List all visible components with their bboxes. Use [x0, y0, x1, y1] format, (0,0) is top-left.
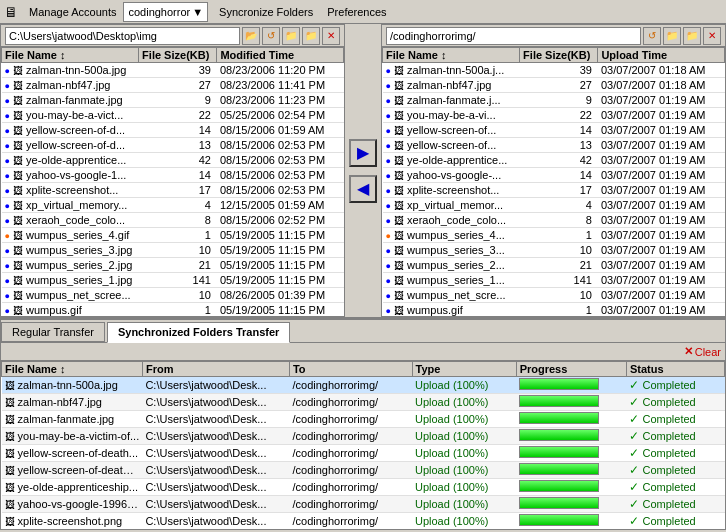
progress-bar-container — [519, 395, 599, 407]
transfer-list[interactable]: File Name ↕ From To Type Progress Status… — [1, 361, 725, 529]
list-item[interactable]: ● 🖼 zalman-nbf47.jpg 27 08/23/2006 11:41… — [2, 78, 344, 93]
preferences-menu[interactable]: Preferences — [320, 3, 393, 21]
table-row[interactable]: 🖼 yahoo-vs-google-1996-2... C:\Users\jat… — [2, 496, 725, 513]
transfer-to: /codinghorrorimg/ — [289, 496, 412, 513]
left-new-folder-button[interactable]: 📁 — [302, 27, 320, 45]
list-item[interactable]: ● 🖼 yellow-screen-of... 14 03/07/2007 01… — [383, 123, 725, 138]
list-item[interactable]: ● 🖼 ye-olde-apprentice... 42 03/07/2007 … — [383, 153, 725, 168]
table-row[interactable]: 🖼 ye-olde-apprenticeship... C:\Users\jat… — [2, 479, 725, 496]
left-refresh-button[interactable]: ↺ — [262, 27, 280, 45]
col-transfer-filename[interactable]: File Name ↕ — [2, 362, 143, 377]
right-delete-button[interactable]: ✕ — [703, 27, 721, 45]
file-time: 05/19/2005 11:15 PM — [217, 258, 344, 273]
left-browse-button[interactable]: 📂 — [242, 27, 260, 45]
right-refresh-button[interactable]: ↺ — [643, 27, 661, 45]
list-item[interactable]: ● 🖼 wumpus_series_2... 21 03/07/2007 01:… — [383, 258, 725, 273]
account-selector[interactable]: codinghorror ▼ — [123, 2, 208, 22]
transfer-status: ✓ Completed — [626, 394, 724, 411]
right-col-filename[interactable]: File Name ↕ — [383, 48, 520, 63]
file-icon: 🖼 — [13, 185, 23, 196]
file-icon: 🖼 — [394, 140, 404, 151]
table-row[interactable]: 🖼 yellow-screen-of-death... C:\Users\jat… — [2, 445, 725, 462]
progress-bar-container — [519, 412, 599, 424]
right-new-folder-button[interactable]: 📁 — [683, 27, 701, 45]
left-delete-button[interactable]: ✕ — [322, 27, 340, 45]
table-row[interactable]: 🖼 zalman-fanmate.jpg C:\Users\jatwood\De… — [2, 411, 725, 428]
list-item[interactable]: ● 🖼 wumpus_net_scree... 10 08/26/2005 01… — [2, 288, 344, 303]
list-item[interactable]: ● 🖼 xplite-screenshot... 17 03/07/2007 0… — [383, 183, 725, 198]
list-item[interactable]: ● 🖼 yellow-screen-of-d... 13 08/15/2006 … — [2, 138, 344, 153]
list-item[interactable]: ● 🖼 xp_virtual_memory... 4 12/15/2005 01… — [2, 198, 344, 213]
file-icon: 🖼 — [5, 448, 15, 459]
list-item[interactable]: ● 🖼 zalman-fanmate.jpg 9 08/23/2006 11:2… — [2, 93, 344, 108]
list-item[interactable]: ● 🖼 wumpus_series_4... 1 03/07/2007 01:1… — [383, 228, 725, 243]
table-row[interactable]: 🖼 zalman-nbf47.jpg C:\Users\jatwood\Desk… — [2, 394, 725, 411]
table-row[interactable]: 🖼 zalman-tnn-500a.jpg C:\Users\jatwood\D… — [2, 377, 725, 394]
right-path-input[interactable] — [386, 27, 641, 45]
col-transfer-to[interactable]: To — [289, 362, 412, 377]
list-item[interactable]: ● 🖼 wumpus.gif 1 05/19/2005 11:15 PM — [2, 303, 344, 317]
list-item[interactable]: ● 🖼 wumpus_series_1.jpg 141 05/19/2005 1… — [2, 273, 344, 288]
tab-sync-folders-transfer[interactable]: Synchronized Folders Transfer — [107, 322, 290, 343]
list-item[interactable]: ● 🖼 wumpus_series_4.gif 1 05/19/2005 11:… — [2, 228, 344, 243]
file-dot-icon: ● — [5, 171, 10, 181]
list-item[interactable]: ● 🖼 xp_virtual_memor... 4 03/07/2007 01:… — [383, 198, 725, 213]
account-label: codinghorror — [128, 6, 190, 18]
list-item[interactable]: ● 🖼 wumpus_series_3... 10 03/07/2007 01:… — [383, 243, 725, 258]
left-col-filename[interactable]: File Name ↕ — [2, 48, 139, 63]
list-item[interactable]: ● 🖼 wumpus_series_1... 141 03/07/2007 01… — [383, 273, 725, 288]
list-item[interactable]: ● 🖼 yellow-screen-of... 13 03/07/2007 01… — [383, 138, 725, 153]
list-item[interactable]: ● 🖼 xeraoh_code_colo... 8 08/15/2006 02:… — [2, 213, 344, 228]
right-folder-button[interactable]: 📁 — [663, 27, 681, 45]
left-col-time[interactable]: Modified Time — [217, 48, 344, 63]
col-transfer-status[interactable]: Status — [626, 362, 724, 377]
right-col-size[interactable]: File Size(KB) — [520, 48, 598, 63]
file-dot-icon: ● — [386, 171, 391, 181]
file-size: 39 — [139, 63, 217, 78]
col-transfer-progress[interactable]: Progress — [516, 362, 626, 377]
list-item[interactable]: ● 🖼 zalman-nbf47.jpg 27 03/07/2007 01:18… — [383, 78, 725, 93]
right-file-list[interactable]: File Name ↕ File Size(KB) Upload Time ● … — [382, 47, 725, 316]
list-item[interactable]: ● 🖼 wumpus_series_3.jpg 10 05/19/2005 11… — [2, 243, 344, 258]
list-item[interactable]: ● 🖼 yellow-screen-of-d... 14 08/15/2006 … — [2, 123, 344, 138]
sync-folders-menu[interactable]: Syncronize Folders — [212, 3, 320, 21]
transfer-type: Upload (100%) — [412, 428, 516, 445]
list-item[interactable]: ● 🖼 you-may-be-a-vi... 22 03/07/2007 01:… — [383, 108, 725, 123]
list-item[interactable]: ● 🖼 you-may-be-a-vict... 22 05/25/2006 0… — [2, 108, 344, 123]
list-item[interactable]: ● 🖼 yahoo-vs-google-1... 14 08/15/2006 0… — [2, 168, 344, 183]
list-item[interactable]: ● 🖼 zalman-tnn-500a.j... 39 03/07/2007 0… — [383, 63, 725, 78]
list-item[interactable]: ● 🖼 wumpus_net_scre... 10 03/07/2007 01:… — [383, 288, 725, 303]
tab-regular-transfer[interactable]: Regular Transfer — [1, 322, 105, 342]
file-icon: 🖼 — [394, 260, 404, 271]
transfer-type: Upload (100%) — [412, 377, 516, 394]
list-item[interactable]: ● 🖼 wumpus_series_2.jpg 21 05/19/2005 11… — [2, 258, 344, 273]
file-size: 8 — [139, 213, 217, 228]
table-row[interactable]: 🖼 you-may-be-a-victim-of... C:\Users\jat… — [2, 428, 725, 445]
list-item[interactable]: ● 🖼 ye-olde-apprentice... 42 08/15/2006 … — [2, 153, 344, 168]
filename: xplite-screenshot... — [407, 184, 499, 196]
left-folder-button[interactable]: 📁 — [282, 27, 300, 45]
left-col-size[interactable]: File Size(KB) — [139, 48, 217, 63]
file-size: 17 — [520, 183, 598, 198]
download-button[interactable]: ◀ — [349, 175, 377, 203]
clear-button[interactable]: ✕ Clear — [684, 345, 721, 358]
list-item[interactable]: ● 🖼 zalman-tnn-500a.jpg 39 08/23/2006 11… — [2, 63, 344, 78]
list-item[interactable]: ● 🖼 xplite-screenshot... 17 08/15/2006 0… — [2, 183, 344, 198]
right-col-time[interactable]: Upload Time — [598, 48, 725, 63]
table-row[interactable]: 🖼 yellow-screen-of-death-l... C:\Users\j… — [2, 462, 725, 479]
list-item[interactable]: ● 🖼 zalman-fanmate.j... 9 03/07/2007 01:… — [383, 93, 725, 108]
manage-accounts-menu[interactable]: Manage Accounts — [22, 3, 123, 21]
col-transfer-from[interactable]: From — [142, 362, 289, 377]
upload-button[interactable]: ▶ — [349, 139, 377, 167]
list-item[interactable]: ● 🖼 wumpus.gif 1 03/07/2007 01:19 AM — [383, 303, 725, 317]
left-path-input[interactable] — [5, 27, 240, 45]
status-label: Completed — [643, 396, 696, 408]
file-icon: 🖼 — [394, 215, 404, 226]
left-file-list[interactable]: File Name ↕ File Size(KB) Modified Time … — [1, 47, 344, 316]
transfer-status: ✓ Completed — [626, 479, 724, 496]
table-row[interactable]: 🖼 xplite-screenshot.png C:\Users\jatwood… — [2, 513, 725, 530]
file-icon: 🖼 — [13, 245, 23, 256]
list-item[interactable]: ● 🖼 yahoo-vs-google-... 14 03/07/2007 01… — [383, 168, 725, 183]
list-item[interactable]: ● 🖼 xeraoh_code_colo... 8 03/07/2007 01:… — [383, 213, 725, 228]
col-transfer-type[interactable]: Type — [412, 362, 516, 377]
